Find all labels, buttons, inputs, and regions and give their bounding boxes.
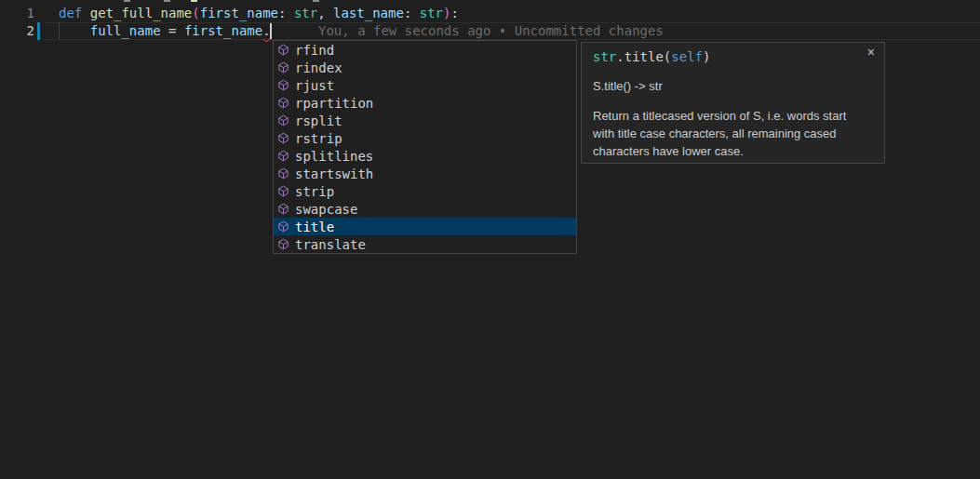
git-blame-annotation: You, a few seconds ago • Uncommitted cha… (318, 22, 664, 40)
code-token: : (278, 6, 294, 20)
suggestion-label: rjust (295, 78, 334, 93)
code-token: get_full_name (90, 6, 193, 20)
code-token: .title( (616, 49, 671, 64)
suggestion-item[interactable]: rstrip (274, 129, 576, 147)
code-token: str (294, 6, 317, 20)
code-token: str (420, 6, 443, 20)
code-editor[interactable]: 1 def get_full_name(first_name: str, las… (0, 0, 980, 479)
code-text-line-1: def get_full_name(first_name: str, last_… (59, 5, 459, 22)
method-icon (277, 150, 289, 162)
code-token: : (451, 6, 459, 20)
suggestion-item[interactable]: startswith (274, 165, 576, 182)
method-icon (277, 114, 289, 126)
code-token: ( (192, 6, 199, 20)
clipped-glyph (191, 0, 197, 2)
suggestion-item[interactable]: rpartition (274, 94, 576, 112)
docs-summary: S.title() -> str (593, 79, 873, 94)
line-number-2: 2 (0, 22, 34, 40)
method-icon (277, 44, 289, 56)
suggestion-label: translate (295, 237, 366, 252)
method-icon (277, 167, 289, 180)
method-signature: str.title(self) (593, 48, 873, 66)
error-squiggle (262, 37, 272, 42)
code-token: last_name (333, 6, 404, 20)
suggestion-label: swapcase (295, 202, 357, 217)
method-icon (277, 132, 289, 144)
suggestion-label: title (295, 220, 334, 234)
clipped-glyph (164, 0, 170, 2)
code-text-line-2: full_name = first_name. (59, 22, 271, 40)
code-token: ) (703, 49, 710, 64)
close-icon[interactable]: × (867, 46, 875, 59)
suggestion-item[interactable]: strip (274, 182, 576, 200)
code-token: def (59, 6, 90, 20)
suggestion-label: rpartition (295, 96, 373, 111)
code-token: first_name (200, 6, 278, 20)
suggestion-item[interactable]: rindex (274, 59, 576, 76)
suggestion-label: strip (295, 184, 334, 199)
code-token: ) (443, 6, 450, 20)
suggestion-label: splitlines (295, 149, 373, 164)
method-icon (277, 220, 289, 233)
line-number-1: 1 (0, 5, 34, 22)
method-icon (277, 61, 289, 73)
code-token: : (404, 6, 420, 20)
suggestion-label: rstrip (295, 131, 342, 146)
suggestion-label: rsplit (295, 113, 342, 128)
docs-description: Return a titlecased version of S, i.e. w… (593, 107, 873, 160)
suggest-widget: rfind rindex rjust rpartition rsplit rst… (273, 40, 577, 254)
code-line-1: 1 def get_full_name(first_name: str, las… (0, 5, 980, 22)
code-token: full_name (90, 23, 161, 38)
method-icon (277, 97, 289, 109)
method-icon (277, 185, 289, 197)
code-token (59, 23, 90, 38)
suggestion-item[interactable]: rjust (274, 76, 576, 94)
method-icon (277, 79, 289, 91)
code-token: , (317, 6, 333, 20)
code-token: first_name (184, 23, 262, 38)
clipped-glyph (313, 0, 319, 2)
suggestion-item-selected[interactable]: title (274, 218, 576, 235)
suggestion-item[interactable]: rsplit (274, 112, 576, 129)
suggestion-item[interactable]: rfind (274, 41, 576, 59)
code-token: = (161, 23, 184, 38)
suggestion-item[interactable]: translate (274, 235, 576, 253)
suggestion-docs-panel: str.title(self) × S.title() -> str Retur… (581, 42, 885, 164)
suggestion-label: rfind (295, 43, 334, 58)
code-token: self (671, 49, 703, 64)
suggestion-label: startswith (295, 166, 373, 181)
code-token: str (593, 49, 616, 64)
suggestion-label: rindex (295, 60, 342, 75)
suggestion-item[interactable]: splitlines (274, 147, 576, 165)
method-icon (277, 238, 289, 250)
suggestion-item[interactable]: swapcase (274, 200, 576, 218)
method-icon (277, 203, 289, 215)
clipped-glyph (124, 0, 130, 2)
